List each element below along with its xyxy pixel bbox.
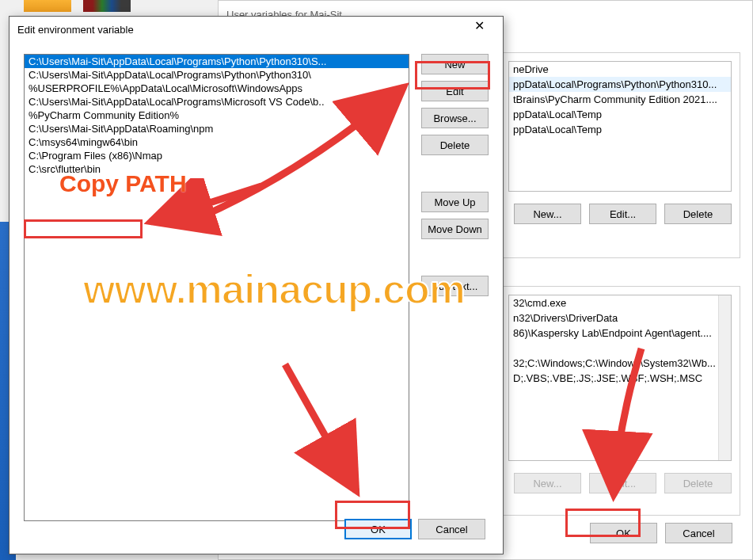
browse-button[interactable]: Browse... bbox=[421, 108, 489, 128]
delete-button: Delete bbox=[664, 473, 732, 493]
new-button[interactable]: New bbox=[421, 54, 489, 74]
var-row[interactable]: 32;C:\Windows;C:\Windows\System32\Wb... bbox=[509, 356, 731, 371]
edit-button[interactable]: Edit... bbox=[589, 204, 656, 224]
path-item[interactable]: C:\Program Files (x86)\Nmap bbox=[25, 149, 409, 162]
ok-button[interactable]: OK bbox=[590, 523, 657, 543]
edit-env-var-dialog: Edit environment variable ✕ C:\Users\Mai… bbox=[9, 16, 504, 554]
var-row[interactable]: neDrive bbox=[509, 62, 731, 77]
scrollbar[interactable] bbox=[718, 295, 731, 460]
var-row[interactable]: 86)\Kaspersky Lab\Endpoint Agent\agent..… bbox=[509, 326, 731, 341]
edit-button[interactable]: Edit bbox=[421, 81, 489, 101]
titlebar[interactable]: Edit environment variable ✕ bbox=[10, 17, 503, 42]
var-row[interactable]: tBrains\PyCharm Community Edition 2021..… bbox=[509, 92, 731, 107]
edittext-button[interactable]: Edit text... bbox=[421, 276, 489, 296]
new-button: New... bbox=[514, 473, 581, 493]
var-row[interactable] bbox=[509, 341, 731, 356]
var-row[interactable]: ppData\Local\Programs\Python\Python310..… bbox=[509, 77, 731, 92]
var-row[interactable]: ppData\Local\Temp bbox=[509, 122, 731, 137]
var-row[interactable]: 32\cmd.exe bbox=[509, 295, 731, 310]
delete-button[interactable]: Delete bbox=[664, 204, 732, 224]
path-item[interactable]: %USERPROFILE%\AppData\Local\Microsoft\Wi… bbox=[25, 82, 409, 95]
path-item[interactable]: C:\Users\Mai-Sit\AppData\Roaming\npm bbox=[25, 122, 409, 135]
edit-button: Edit... bbox=[589, 473, 656, 493]
var-row[interactable]: n32\Drivers\DriverData bbox=[509, 310, 731, 326]
moveup-button[interactable]: Move Up bbox=[421, 192, 489, 212]
delete-button[interactable]: Delete bbox=[421, 135, 489, 155]
path-item[interactable]: C:\Users\Mai-Sit\AppData\Local\Programs\… bbox=[25, 95, 409, 109]
ok-button[interactable]: OK bbox=[344, 519, 412, 539]
path-list[interactable]: C:\Users\Mai-Sit\AppData\Local\Programs\… bbox=[24, 54, 409, 521]
path-item[interactable]: C:\msys64\mingw64\bin bbox=[25, 135, 409, 149]
cancel-button[interactable]: Cancel bbox=[418, 519, 485, 539]
path-item[interactable]: C:\Users\Mai-Sit\AppData\Local\Programs\… bbox=[25, 55, 409, 68]
var-row[interactable]: ppData\Local\Temp bbox=[509, 107, 731, 122]
dialog-title: Edit environment variable bbox=[17, 24, 463, 36]
new-button[interactable]: New... bbox=[514, 204, 581, 224]
path-item[interactable]: C:\src\flutter\bin bbox=[25, 162, 409, 176]
close-icon[interactable]: ✕ bbox=[463, 18, 495, 40]
path-item[interactable]: %PyCharm Community Edition% bbox=[25, 109, 409, 122]
cancel-button[interactable]: Cancel bbox=[665, 523, 732, 543]
movedown-button[interactable]: Move Down bbox=[421, 219, 489, 239]
var-row[interactable]: D;.VBS;.VBE;.JS;.JSE;.WSF;.WSH;.MSC bbox=[509, 371, 731, 386]
path-item[interactable]: C:\Users\Mai-Sit\AppData\Local\Programs\… bbox=[25, 68, 409, 82]
